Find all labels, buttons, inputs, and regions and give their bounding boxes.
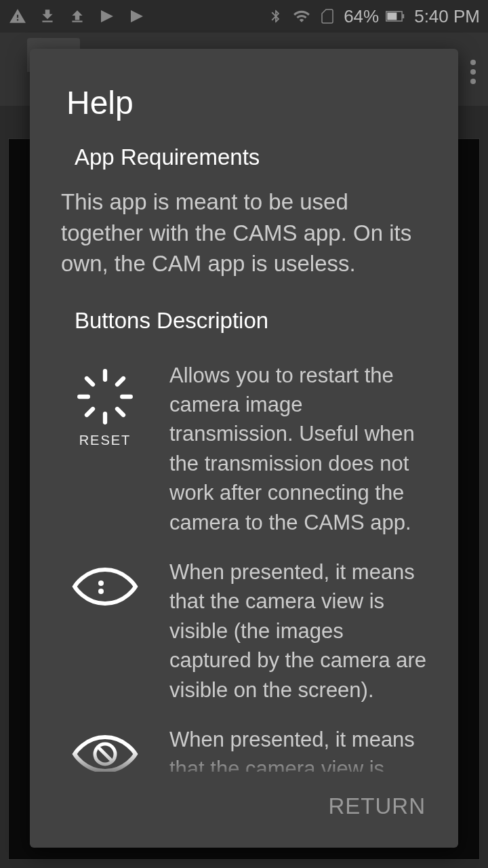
return-button[interactable]: RETURN <box>323 785 432 827</box>
eye-hidden-icon <box>61 725 149 772</box>
download-icon <box>38 7 57 26</box>
svg-point-11 <box>98 580 104 586</box>
dialog-title: Help <box>30 49 458 140</box>
help-dialog: Help App Requirements This app is meant … <box>30 49 458 848</box>
wifi-icon <box>292 7 311 26</box>
sd-card-icon <box>318 7 337 26</box>
svg-line-10 <box>87 409 93 415</box>
eye-visible-icon <box>61 557 149 610</box>
svg-line-8 <box>117 409 123 415</box>
eye-visible-description: When presented, it means that the camera… <box>169 557 427 705</box>
play-store-icon <box>127 7 146 26</box>
dialog-content[interactable]: App Requirements This app is meant to be… <box>30 140 458 772</box>
svg-line-7 <box>87 378 93 384</box>
dialog-footer: RETURN <box>30 772 458 848</box>
section-app-requirements-heading: App Requirements <box>61 140 427 186</box>
warning-icon <box>8 7 27 26</box>
help-row-eye-hidden: When presented, it means that the camera… <box>61 705 427 772</box>
help-row-eye-visible: When presented, it means that the camera… <box>61 537 427 705</box>
svg-rect-1 <box>403 14 404 18</box>
svg-line-14 <box>100 749 110 760</box>
svg-line-9 <box>117 378 123 384</box>
status-bar: 64% 5:40 PM <box>0 0 488 33</box>
svg-point-12 <box>98 589 104 594</box>
app-requirements-body: This app is meant to be used together wi… <box>61 186 427 279</box>
play-store-icon <box>98 7 117 26</box>
reset-description: Allows you to restart the camera image t… <box>169 361 427 537</box>
battery-percentage: 64% <box>344 6 379 27</box>
battery-icon <box>386 7 405 26</box>
overflow-menu[interactable] <box>470 60 476 84</box>
bluetooth-icon <box>266 7 285 26</box>
help-row-reset: RESET Allows you to restart the camera i… <box>61 354 427 537</box>
reset-label: RESET <box>79 433 131 448</box>
clock-text: 5:40 PM <box>414 6 480 27</box>
upload-icon <box>68 7 87 26</box>
svg-rect-2 <box>388 13 397 20</box>
eye-hidden-description: When presented, it means that the camera… <box>169 725 427 772</box>
reset-icon: RESET <box>61 361 149 448</box>
section-buttons-heading: Buttons Description <box>61 279 427 354</box>
